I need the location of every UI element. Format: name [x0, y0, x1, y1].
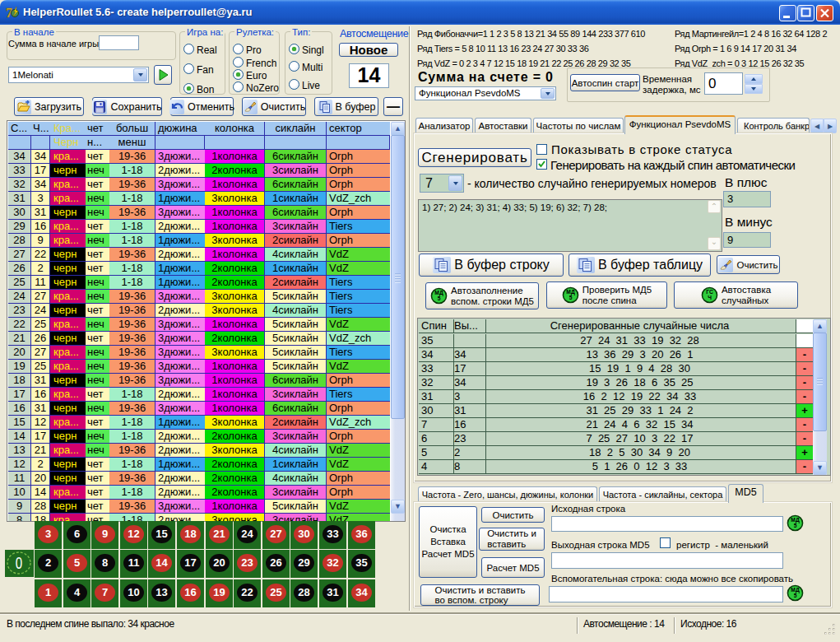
svg-text:Ч: Ч — [708, 295, 712, 300]
svg-text:5: 5 — [794, 593, 797, 598]
svg-text:5: 5 — [569, 295, 572, 300]
svg-text:0: 0 — [16, 552, 22, 572]
svg-text:5: 5 — [438, 295, 441, 301]
svg-text:5: 5 — [794, 523, 797, 528]
